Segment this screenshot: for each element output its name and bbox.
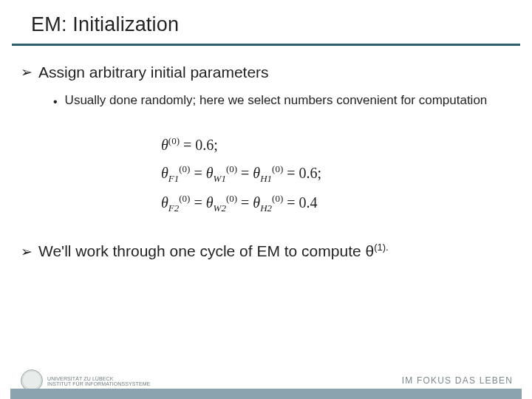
footer: UNIVERSITÄT ZU LÜBECK INSTITUT FÜR INFOR… (0, 365, 532, 399)
footer-band (10, 389, 522, 399)
content-area: ➢ Assign arbitrary initial parameters • … (0, 46, 532, 262)
bullet-level-1: ➢ Assign arbitrary initial parameters (21, 62, 508, 89)
footer-motto: IM FOKUS DAS LEBEN (402, 375, 513, 386)
equation-row-1: θ(0) = 0.6; (161, 131, 508, 159)
bullet-level-2: • Usually done randomly; here we select … (21, 89, 508, 110)
bullet-2-text: Usually done randomly; here we select nu… (65, 92, 488, 110)
equation-row-2: θF1(0) = θW1(0) = θH1(0) = 0.6; (161, 159, 508, 188)
slide-title: EM: Initialization (0, 0, 532, 44)
dot-bullet-icon: • (53, 92, 58, 110)
bullet-1-text: Assign arbitrary initial parameters (38, 62, 269, 82)
institution-text: UNIVERSITÄT ZU LÜBECK INSTITUT FÜR INFOR… (47, 376, 150, 387)
triangle-bullet-icon: ➢ (21, 62, 33, 82)
bullet-3-text: We'll work through one cycle of EM to co… (38, 241, 389, 262)
bullet-level-1-second: ➢ We'll work through one cycle of EM to … (21, 238, 508, 262)
triangle-bullet-icon: ➢ (21, 241, 33, 262)
equation-row-3: θF2(0) = θW2(0) = θH2(0) = 0.4 (161, 188, 508, 218)
equations-block: θ(0) = 0.6; θF1(0) = θW1(0) = θH1(0) = 0… (21, 110, 508, 238)
